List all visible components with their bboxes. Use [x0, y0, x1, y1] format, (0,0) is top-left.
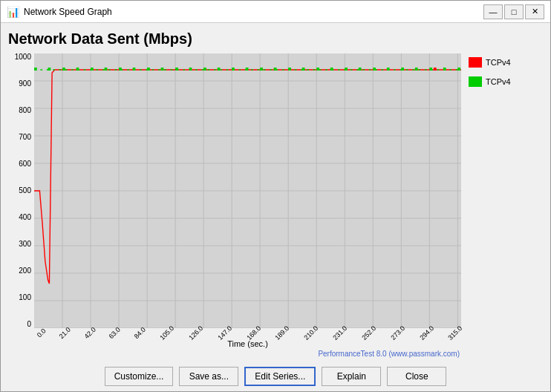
chart-area: 0.0 21.0 42.0 63.0 84.0 105.0 126.0 147.…: [34, 53, 461, 358]
minimize-button[interactable]: —: [483, 4, 503, 19]
customize-button[interactable]: Customize...: [105, 367, 174, 386]
y-label-0: 0: [27, 321, 31, 328]
y-label-1000: 1000: [15, 53, 31, 61]
legend-item-green: TCPv4: [469, 76, 543, 87]
chart-wrapper: 10009008007006005004003002001000: [8, 53, 461, 358]
y-label-900: 900: [19, 80, 31, 88]
svg-rect-54: [429, 68, 432, 71]
svg-rect-37: [189, 68, 192, 71]
legend-color-red: [469, 57, 482, 68]
y-label-100: 100: [19, 294, 31, 301]
legend: TCPv4 TCPv4: [469, 53, 543, 358]
svg-rect-50: [373, 68, 376, 71]
svg-rect-30: [91, 68, 94, 71]
chart-title: Network Data Sent (Mbps): [8, 30, 543, 48]
main-window: 📊 Network Speed Graph — □ ✕ Network Data…: [0, 0, 551, 392]
title-bar: 📊 Network Speed Graph — □ ✕: [1, 1, 550, 23]
y-axis: 10009008007006005004003002001000: [8, 53, 34, 358]
x-label-0: 0.0: [36, 327, 48, 339]
close-button-footer[interactable]: Close: [387, 367, 446, 386]
svg-rect-47: [330, 68, 333, 71]
legend-color-green: [469, 76, 482, 87]
save-as-button[interactable]: Save as...: [179, 367, 238, 386]
x-axis-labels: 0.0 21.0 42.0 63.0 84.0 105.0 126.0 147.…: [34, 330, 461, 338]
legend-label-red: TCPv4: [486, 58, 511, 67]
svg-rect-45: [302, 68, 305, 71]
graph-svg: [34, 53, 461, 328]
svg-rect-57: [434, 68, 437, 71]
close-button[interactable]: ✕: [525, 4, 544, 19]
svg-rect-27: [48, 68, 51, 71]
svg-rect-34: [147, 68, 150, 71]
y-label-700: 700: [19, 134, 31, 141]
svg-rect-56: [457, 68, 460, 71]
svg-rect-39: [218, 68, 221, 71]
y-label-800: 800: [19, 107, 31, 114]
content-area: Network Data Sent (Mbps) 100090080070060…: [1, 23, 550, 362]
x-axis-title: Time (sec.): [34, 339, 461, 348]
title-bar-left: 📊 Network Speed Graph: [7, 6, 112, 18]
svg-rect-40: [232, 68, 235, 71]
svg-rect-52: [401, 68, 404, 71]
window-icon: 📊: [7, 6, 19, 18]
svg-rect-36: [175, 68, 178, 71]
svg-rect-32: [119, 68, 122, 71]
svg-rect-35: [161, 68, 164, 71]
explain-button[interactable]: Explain: [322, 367, 381, 386]
svg-rect-33: [133, 68, 136, 71]
svg-rect-46: [316, 68, 319, 71]
y-label-200: 200: [19, 267, 31, 275]
legend-label-green: TCPv4: [486, 77, 511, 86]
svg-rect-29: [76, 68, 79, 71]
svg-rect-42: [260, 68, 263, 71]
svg-rect-26: [34, 68, 37, 71]
chart-container: 10009008007006005004003002001000: [8, 53, 543, 358]
graph-plot: [34, 53, 461, 328]
svg-rect-55: [443, 68, 446, 71]
footer: Customize... Save as... Edit Series... E…: [1, 362, 550, 391]
watermark: PerformanceTest 8.0 (www.passmark.com): [34, 350, 461, 358]
svg-rect-48: [345, 68, 348, 71]
svg-rect-43: [274, 68, 277, 71]
svg-rect-44: [288, 68, 291, 71]
y-label-300: 300: [19, 241, 31, 248]
svg-rect-51: [387, 68, 390, 71]
svg-rect-31: [105, 68, 108, 71]
edit-series-button[interactable]: Edit Series...: [244, 367, 316, 386]
maximize-button[interactable]: □: [504, 4, 524, 19]
title-bar-controls: — □ ✕: [483, 4, 544, 19]
svg-rect-38: [203, 68, 206, 71]
y-label-400: 400: [19, 214, 31, 221]
y-label-500: 500: [19, 187, 31, 195]
window-title: Network Speed Graph: [24, 7, 112, 17]
svg-rect-28: [62, 68, 65, 71]
y-label-600: 600: [19, 160, 31, 168]
svg-rect-53: [415, 68, 418, 71]
svg-rect-49: [359, 68, 362, 71]
legend-item-red: TCPv4: [469, 57, 543, 68]
svg-rect-41: [246, 68, 249, 71]
